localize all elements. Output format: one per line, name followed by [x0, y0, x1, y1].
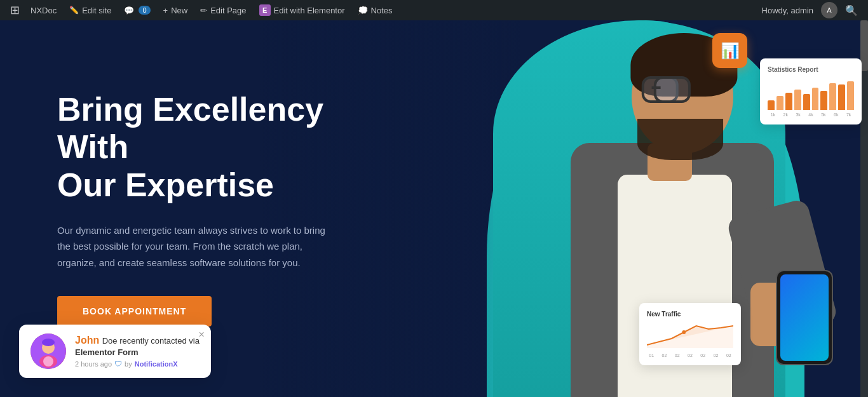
notification-name: John	[75, 335, 99, 346]
howdy-text: Howdy, admin	[757, 0, 818, 20]
stats-icon-circle: 📊	[712, 33, 747, 68]
admin-bar-right: Howdy, admin A 🔍	[757, 0, 863, 20]
notification-form: Elementor Form	[75, 347, 200, 357]
wp-icon: ⊞	[10, 3, 20, 17]
new-label: New	[171, 6, 187, 15]
notification-message: Doe recently contacted via	[102, 336, 200, 346]
bar-10	[847, 81, 854, 110]
bar-5	[803, 94, 810, 110]
bar-3	[785, 93, 792, 111]
notes-label: Notes	[371, 6, 393, 15]
bar-8	[829, 83, 836, 111]
statistics-card: Statistics Report 1k 2k 3k 4k 5k 6k	[760, 58, 862, 124]
notification-message-line1: John Doe recently contacted via	[75, 335, 200, 346]
traffic-labels: 01 02 02 02 02 02 02	[647, 353, 733, 358]
admin-avatar[interactable]: A	[821, 2, 837, 18]
bar-1	[768, 100, 775, 110]
label-2k: 2k	[780, 112, 791, 117]
time-text: 2 hours ago	[75, 360, 112, 368]
by-text: by	[125, 360, 132, 368]
notification-text: John Doe recently contacted via Elemento…	[75, 335, 200, 368]
traffic-label-6: 02	[711, 353, 720, 358]
label-4k: 4k	[806, 112, 817, 117]
label-5k: 5k	[818, 112, 829, 117]
chart-icon: 📊	[721, 42, 740, 60]
notification-time: 2 hours ago 🛡 by NotificationX	[75, 360, 200, 368]
powered-by-text: NotificationX	[135, 360, 178, 368]
notes-item[interactable]: 💭 Notes	[351, 0, 399, 20]
hero-title-line1: Bring Excellency With	[57, 91, 323, 166]
stats-card-title: Statistics Report	[768, 66, 854, 73]
traffic-card: New Traffic 01 02 02 02 02 02 02	[639, 303, 741, 365]
label-7k: 7k	[843, 112, 854, 117]
phone-screen	[780, 274, 829, 361]
edit-page-item[interactable]: ✏ Edit Page	[194, 0, 252, 20]
label-6k: 6k	[831, 112, 841, 117]
svg-point-6	[43, 356, 53, 367]
traffic-label-2: 02	[660, 353, 668, 358]
label-3k: 3k	[793, 112, 804, 117]
wp-logo[interactable]: ⊞	[5, 0, 24, 20]
comment-count: 0	[139, 6, 150, 15]
bar-chart-labels: 1k 2k 3k 4k 5k 6k 7k	[768, 112, 854, 117]
site-name-label: NXDoc	[31, 6, 57, 15]
bar-2	[776, 96, 783, 111]
notes-icon: 💭	[358, 6, 368, 15]
hero-description: Our dynamic and energetic team always st…	[57, 222, 330, 271]
person-phone	[776, 270, 833, 365]
line-chart-svg	[647, 323, 733, 348]
hero-section: Bring Excellency With Our Expertise Our …	[0, 91, 394, 327]
edit-elementor-label: Edit with Elementor	[274, 6, 345, 15]
bar-chart	[768, 78, 854, 110]
new-item[interactable]: + New	[157, 0, 194, 20]
edit-site-item[interactable]: ✏️ Edit site	[63, 0, 118, 20]
notification-close-button[interactable]: ×	[199, 330, 205, 340]
elementor-icon: E	[259, 4, 271, 16]
avatar-svg	[31, 333, 66, 369]
search-icon[interactable]: 🔍	[840, 4, 863, 17]
svg-point-4	[42, 339, 55, 346]
book-appointment-button[interactable]: BOOK APPOINTMENT	[57, 296, 212, 326]
notification-avatar	[31, 333, 66, 369]
traffic-label-3: 02	[673, 353, 682, 358]
traffic-label-7: 02	[724, 353, 733, 358]
traffic-title: New Traffic	[647, 311, 733, 318]
label-1k: 1k	[768, 112, 778, 117]
admin-bar: ⊞ NXDoc ✏️ Edit site 💬 0 + New ✏ Edit Pa…	[0, 0, 868, 20]
svg-marker-1	[647, 326, 733, 348]
edit-site-icon: ✏️	[69, 6, 79, 15]
bar-6	[812, 88, 819, 110]
hero-title-line2: Our Expertise	[57, 166, 274, 203]
bar-4	[794, 90, 801, 111]
edit-site-label: Edit site	[82, 6, 111, 15]
site-name-item[interactable]: NXDoc	[24, 0, 63, 20]
hero-right: 📊 Statistics Report 1k 2k 3k 4k	[385, 20, 868, 397]
edit-page-label: Edit Page	[210, 6, 246, 15]
person-beard	[637, 119, 723, 160]
pencil-icon: ✏	[200, 6, 207, 15]
comment-icon: 💬	[124, 6, 134, 15]
person-glasses-bridge	[652, 86, 661, 89]
bar-7	[820, 91, 827, 110]
traffic-label-5: 02	[698, 353, 707, 358]
notification-popup: John Doe recently contacted via Elemento…	[19, 325, 211, 378]
person-glasses-right	[654, 76, 691, 103]
hero-title: Bring Excellency With Our Expertise	[57, 91, 394, 205]
shield-icon: 🛡	[114, 360, 122, 368]
avatar-initial: A	[827, 6, 831, 14]
traffic-label-4: 02	[686, 353, 695, 358]
main-content: Bring Excellency With Our Expertise Our …	[0, 20, 868, 397]
comments-item[interactable]: 💬 0	[118, 0, 156, 20]
traffic-label-1: 01	[647, 353, 656, 358]
plus-icon: +	[163, 6, 168, 15]
bar-9	[838, 84, 845, 110]
edit-elementor-item[interactable]: E Edit with Elementor	[253, 0, 351, 20]
